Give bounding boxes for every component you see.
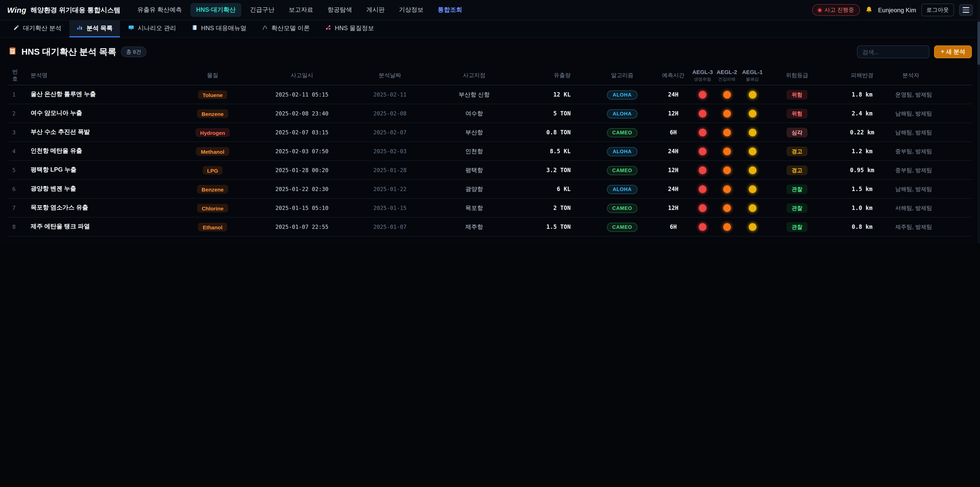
table-row[interactable]: 7 목포항 염소가스 유출 Chlorine 2025-01-15 05:10 …: [8, 199, 972, 217]
analysis-date: 2025-01-28: [360, 167, 421, 173]
nav-item-board[interactable]: 게시판: [361, 3, 390, 17]
incident-datetime: 2025-01-28 00:20: [245, 167, 360, 173]
row-number: 3: [12, 129, 30, 136]
algorithm-badge: ALOHA: [607, 90, 638, 100]
nav-item-aerial-search[interactable]: 항공탐색: [322, 3, 358, 17]
table-row[interactable]: 1 울산 온산항 톨루엔 누출 Toluene 2025-02-11 05:15…: [8, 85, 972, 104]
algorithm-badge: CAMEO: [607, 128, 638, 137]
row-number: 5: [12, 167, 30, 173]
tab-hns-response-manual[interactable]: HNS 대응매뉴얼: [184, 21, 253, 37]
aegl3-dot: [699, 166, 706, 174]
nav-item-rescue[interactable]: 긴급구난: [244, 3, 280, 17]
substance-badge: Ethanol: [198, 223, 227, 232]
new-analysis-button[interactable]: + 새 분석: [934, 45, 972, 58]
logout-button[interactable]: 로그아웃: [921, 3, 954, 16]
tab-hns-substance-info[interactable]: HNS 물질정보: [318, 21, 381, 37]
incident-status-badge[interactable]: 사고 진행중: [812, 4, 860, 16]
table-row[interactable]: 2 여수 암모니아 누출 Benzene 2025-02-08 23:40 20…: [8, 104, 972, 123]
col-duration: 예측시간: [655, 72, 691, 79]
tab-label: 시나리오 관리: [138, 24, 176, 33]
damage-radius: 1.0 km: [829, 204, 895, 211]
analysts: 중부팀, 방제팀: [895, 147, 968, 155]
forecast-duration: 24H: [655, 91, 691, 98]
pencil-icon: [13, 24, 19, 32]
notification-bell-icon[interactable]: [865, 6, 873, 14]
nav-item-hns-dispersion[interactable]: HNS·대기확산: [191, 3, 242, 17]
aegl1-dot: [749, 147, 756, 155]
col-no: 번호: [12, 69, 21, 83]
analysis-name: 여수 암모니아 누출: [30, 109, 181, 118]
col-substance: 물질: [181, 72, 245, 79]
analysts: 남해팀, 방제팀: [895, 110, 968, 117]
analysis-date: 2025-02-08: [360, 110, 421, 117]
aegl3-dot: [699, 147, 706, 155]
aegl2-dot: [723, 185, 731, 193]
book-icon: [191, 24, 197, 32]
spill-amount: 5 TON: [528, 110, 589, 117]
analysis-name: 제주 에탄올 탱크 파열: [30, 223, 181, 231]
damage-radius: 2.4 km: [829, 110, 895, 117]
tab-dispersion-model-theory[interactable]: 확산모델 이론: [255, 21, 317, 37]
analysis-date: 2025-02-07: [360, 129, 421, 136]
analysis-name: 부산 수소 추진선 폭발: [30, 128, 181, 136]
analysts: 중부팀, 방제팀: [895, 166, 968, 174]
scrollbar[interactable]: [977, 0, 980, 244]
algorithm-badge: ALOHA: [607, 109, 638, 118]
search-input[interactable]: [857, 45, 930, 58]
substance-badge: Hydrogen: [196, 128, 230, 137]
scrollbar-thumb[interactable]: [977, 21, 980, 65]
analysis-name: 목포항 염소가스 유출: [30, 204, 181, 212]
aegl2-dot: [723, 166, 731, 174]
aegl1-dot: [749, 185, 756, 193]
table-row[interactable]: 3 부산 수소 추진선 폭발 Hydrogen 2025-02-07 03:15…: [8, 123, 972, 142]
app-root: Wing 해양환경 위기대응 통합시스템 유출유 확산예측 HNS·대기확산 긴…: [0, 0, 980, 244]
hamburger-menu-button[interactable]: [959, 4, 973, 16]
analysts: 남해팀, 방제팀: [895, 128, 968, 136]
incident-datetime: 2025-02-08 23:40: [245, 110, 360, 117]
brand-logo: Wing: [7, 6, 26, 14]
forecast-duration: 24H: [655, 148, 691, 155]
tab-scenario-management[interactable]: 시나리오 관리: [121, 21, 183, 37]
table-row[interactable]: 8 제주 에탄올 탱크 파열 Ethanol 2025-01-07 22:55 …: [8, 217, 972, 236]
row-number: 4: [12, 148, 30, 155]
col-aegl3: AEGL-3 생명위험: [691, 69, 714, 82]
analysis-name: 울산 온산항 톨루엔 누출: [30, 90, 181, 99]
aegl1-dot: [749, 128, 756, 136]
top-bar-right: 사고 진행중 Eunjeong Kim 로그아웃: [812, 3, 973, 16]
aegl3-dot: [699, 110, 706, 117]
molecule-icon: [325, 24, 331, 32]
spill-amount: 1.5 TON: [528, 224, 589, 230]
table-row[interactable]: 6 광양항 벤젠 누출 Benzene 2025-01-22 02:30 202…: [8, 180, 972, 199]
tab-dispersion-analysis[interactable]: 대기확산 분석: [6, 21, 68, 37]
risk-grade-badge: 경고: [787, 147, 808, 156]
col-analysts: 분석자: [895, 72, 968, 79]
spill-amount: 8.5 KL: [528, 148, 589, 155]
aegl3-dot: [699, 204, 706, 212]
aegl2-dot: [723, 110, 731, 117]
damage-radius: 1.2 km: [829, 148, 895, 155]
row-number: 1: [12, 91, 30, 98]
algorithm-badge: CAMEO: [607, 223, 638, 232]
spill-amount: 3.2 TON: [528, 167, 589, 173]
nav-item-reports[interactable]: 보고자료: [283, 3, 319, 17]
brand-title: 해양환경 위기대응 통합시스템: [30, 5, 120, 14]
col-aegl2: AEGL-2 건강피해: [714, 69, 740, 82]
incident-datetime: 2025-01-15 05:10: [245, 204, 360, 211]
aegl2-dot: [723, 147, 731, 155]
incident-location: 평택항: [421, 166, 528, 174]
col-analysis-date: 분석날짜: [360, 72, 421, 79]
row-number: 2: [12, 110, 30, 117]
table-row[interactable]: 5 평택항 LPG 누출 LPG 2025-01-28 00:20 2025-0…: [8, 161, 972, 180]
bar-chart-icon: [77, 24, 83, 32]
col-algorithm: 알고리즘: [589, 72, 655, 79]
col-location: 사고지점: [421, 72, 528, 79]
nav-item-oil-spill[interactable]: 유출유 확산예측: [132, 3, 188, 17]
table-row[interactable]: 4 인천항 메탄올 유출 Methanol 2025-02-03 07:50 2…: [8, 142, 972, 161]
incident-datetime: 2025-02-03 07:50: [245, 148, 360, 155]
user-name: Eunjeong Kim: [878, 6, 916, 14]
brand: Wing 해양환경 위기대응 통합시스템: [7, 5, 121, 14]
tab-label: 대기확산 분석: [23, 24, 62, 33]
nav-item-weather[interactable]: 기상정보: [393, 3, 429, 17]
nav-item-integrated-search[interactable]: 통합조회: [432, 3, 468, 17]
tab-analysis-list[interactable]: 분석 목록: [70, 21, 120, 37]
